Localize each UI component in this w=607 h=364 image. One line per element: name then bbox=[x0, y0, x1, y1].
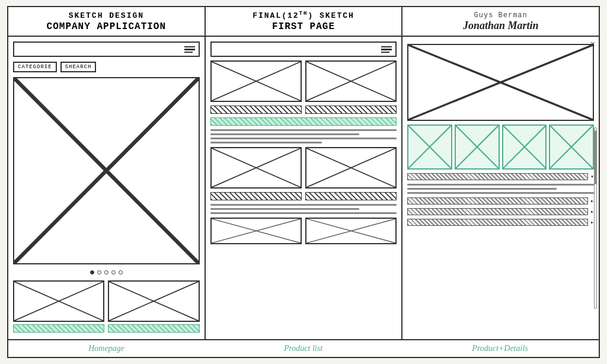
page-container: SKETCH DESIGN COMPANY APPLICATION FINAL(… bbox=[7, 6, 600, 358]
dropdown-bar-4 bbox=[407, 219, 588, 226]
product-list-row1 bbox=[210, 60, 397, 102]
dot-4 bbox=[111, 270, 116, 274]
dropdown-bar-2 bbox=[407, 197, 588, 205]
line-1 bbox=[210, 129, 397, 131]
final-sketch-title: FINAL(12th) SKETCH bbox=[253, 11, 354, 20]
list-product-6 bbox=[305, 218, 397, 244]
line-4 bbox=[210, 142, 322, 143]
product-list-panel bbox=[206, 37, 403, 339]
header: SKETCH DESIGN COMPANY APPLICATION FINAL(… bbox=[8, 7, 599, 37]
line-3 bbox=[210, 138, 397, 139]
scrollbar-thumb bbox=[595, 130, 596, 184]
homepage-panel: CATEGORIE SHEARCH bbox=[8, 37, 206, 339]
header-col1: SKETCH DESIGN COMPANY APPLICATION bbox=[8, 7, 206, 36]
list-product-3 bbox=[210, 147, 302, 189]
line-2 bbox=[210, 133, 360, 135]
hamburger-icon[interactable] bbox=[184, 46, 195, 53]
content-area: CATEGORIE SHEARCH bbox=[8, 37, 599, 340]
line-6 bbox=[210, 208, 360, 210]
list-product-5 bbox=[210, 218, 302, 244]
product-hatch-1 bbox=[13, 324, 104, 333]
hatch-3 bbox=[210, 192, 302, 200]
product-main-image bbox=[407, 44, 594, 121]
product-image-2 bbox=[108, 280, 199, 322]
product-hatch-2 bbox=[108, 324, 199, 333]
dropdown-4: ▸ bbox=[407, 219, 594, 226]
line-5 bbox=[210, 204, 397, 206]
categories-button[interactable]: CATEGORIE bbox=[13, 62, 57, 72]
product-list-row2 bbox=[210, 147, 397, 189]
hero-image bbox=[13, 77, 200, 264]
product-card-1 bbox=[13, 280, 104, 334]
line-7 bbox=[210, 212, 397, 214]
description-lines bbox=[210, 129, 397, 143]
homepage-label: Homepage bbox=[8, 340, 205, 357]
product-list-row3 bbox=[210, 218, 397, 244]
product-card-2 bbox=[108, 280, 199, 334]
detail-line-2 bbox=[407, 188, 557, 190]
hatch-1 bbox=[210, 106, 302, 114]
thumb-2[interactable] bbox=[455, 124, 500, 170]
person-label: Guys Berman bbox=[474, 11, 528, 20]
thumbnail-row bbox=[407, 124, 594, 170]
dropdown-bar-3 bbox=[407, 208, 588, 215]
detail-line-1 bbox=[407, 184, 594, 186]
hatch-row2 bbox=[210, 192, 397, 200]
hatch-2 bbox=[305, 106, 397, 114]
footer: Homepage Product list Product+Details bbox=[8, 340, 599, 357]
detail-lines-1 bbox=[407, 184, 594, 194]
header-col2: FINAL(12th) SKETCH FIRST PAGE bbox=[206, 7, 403, 36]
dropdown-2: ▸ bbox=[407, 197, 594, 205]
hatch-4 bbox=[305, 192, 397, 200]
navbar: CATEGORIE SHEARCH bbox=[13, 60, 200, 74]
hatch-row1 bbox=[210, 106, 397, 114]
product-list-label: Product list bbox=[205, 340, 402, 357]
search-button[interactable]: SHEARCH bbox=[60, 62, 97, 72]
product-details-panel: × bbox=[402, 37, 599, 339]
product-details-label: Product+Details bbox=[402, 340, 599, 357]
list-product-1 bbox=[210, 60, 302, 102]
thumb-4[interactable] bbox=[549, 124, 594, 170]
detail-line-3 bbox=[407, 192, 594, 194]
dot-2 bbox=[97, 270, 101, 274]
hamburger-icon-2[interactable] bbox=[381, 46, 392, 53]
dropdown-1: ▾ bbox=[407, 173, 594, 180]
dropdown-bar-1 bbox=[407, 173, 588, 180]
first-page-subtitle: FIRST PAGE bbox=[272, 21, 335, 32]
sketch-design-title: SKETCH DESIGN bbox=[69, 11, 144, 20]
description-lines-2 bbox=[210, 204, 397, 214]
thumb-1[interactable] bbox=[407, 124, 452, 170]
header-col3: Guys Berman Jonathan Martin bbox=[402, 7, 599, 36]
dot-3 bbox=[104, 270, 108, 274]
company-app-subtitle: COMPANY APPLICATION bbox=[47, 21, 166, 32]
dropdown-3: ▸ bbox=[407, 208, 594, 215]
dot-1 bbox=[90, 270, 94, 274]
dot-5 bbox=[119, 270, 123, 274]
person-name: Jonathan Martin bbox=[463, 20, 539, 32]
scrollbar[interactable] bbox=[594, 127, 597, 309]
product-image-1 bbox=[13, 280, 104, 322]
product-cards-row bbox=[13, 280, 200, 334]
list-product-2 bbox=[305, 60, 397, 102]
carousel-dots bbox=[13, 270, 200, 274]
green-hatch-full bbox=[210, 117, 397, 126]
list-product-4 bbox=[305, 147, 397, 189]
thumb-3[interactable] bbox=[502, 124, 547, 170]
